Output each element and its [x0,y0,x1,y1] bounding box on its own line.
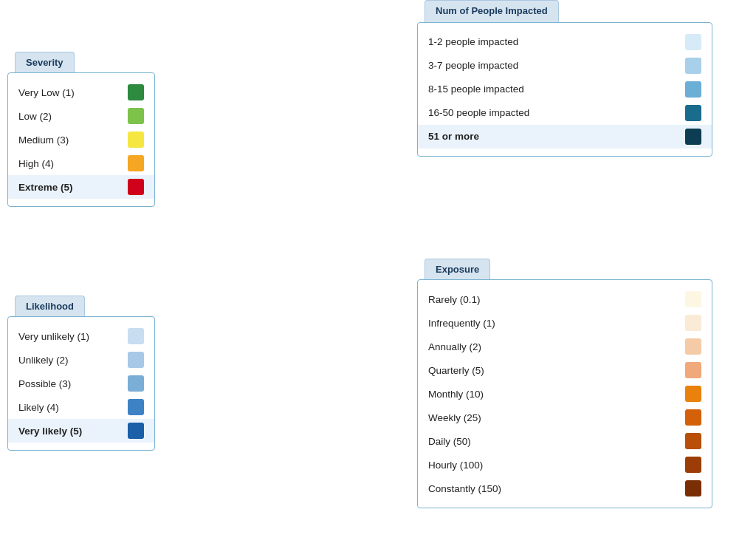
color-swatch [685,338,701,355]
color-swatch [685,362,701,378]
color-swatch [128,352,144,368]
legend-label: 1-2 people impacted [428,36,518,47]
color-swatch [128,84,144,100]
color-swatch [128,108,144,124]
legend-row: Likely (4) [18,395,144,419]
legend-row: Unlikely (2) [18,348,144,372]
legend-label: Low (2) [18,111,52,122]
color-swatch [685,81,701,98]
likelihood-legend: Likelihood Very unlikely (1)Unlikely (2)… [7,296,155,451]
color-swatch [128,179,144,195]
legend-label: Rarely (0.1) [428,294,481,305]
legend-label: Monthly (10) [428,389,484,400]
color-swatch [128,399,144,415]
legend-row: Rarely (0.1) [428,287,701,311]
legend-label: 16-50 people impacted [428,107,529,118]
legend-label: Quarterly (5) [428,365,484,376]
color-swatch [685,480,701,496]
color-swatch [685,105,701,121]
legend-row: 16-50 people impacted [428,101,701,125]
legend-row: Daily (50) [428,429,701,453]
legend-label: Weekly (25) [428,412,481,423]
legend-label: Likely (4) [18,402,59,413]
people-tab: Num of People Impacted [425,0,559,22]
legend-row: Extreme (5) [8,175,154,199]
legend-row: High (4) [18,151,144,175]
exposure-box: Rarely (0.1)Infrequently (1)Annually (2)… [417,279,712,508]
legend-label: 3-7 people impacted [428,60,518,71]
color-swatch [685,457,701,473]
color-swatch [685,129,701,145]
legend-row: Annually (2) [428,335,701,358]
legend-label: High (4) [18,158,54,169]
people-box: 1-2 people impacted3-7 people impacted8-… [417,22,712,157]
canvas: Severity Very Low (1)Low (2)Medium (3)Hi… [0,0,756,546]
legend-row: 3-7 people impacted [428,54,701,78]
exposure-legend: Exposure Rarely (0.1)Infrequently (1)Ann… [417,259,712,508]
legend-row: Possible (3) [18,372,144,395]
legend-row: Weekly (25) [428,406,701,429]
color-swatch [128,375,144,392]
exposure-tab: Exposure [425,259,490,279]
color-swatch [128,155,144,171]
color-swatch [685,386,701,402]
legend-row: Monthly (10) [428,382,701,406]
legend-label: Constantly (150) [428,483,501,494]
legend-label: 8-15 people impacted [428,83,524,95]
color-swatch [685,291,701,307]
legend-row: Hourly (100) [428,453,701,477]
likelihood-tab: Likelihood [15,296,85,316]
legend-label: Extreme (5) [18,182,73,193]
color-swatch [685,409,701,426]
legend-label: Possible (3) [18,378,71,389]
legend-label: Very unlikely (1) [18,331,89,342]
likelihood-box: Very unlikely (1)Unlikely (2)Possible (3… [7,316,155,451]
color-swatch [685,58,701,74]
severity-box: Very Low (1)Low (2)Medium (3)High (4)Ext… [7,72,155,207]
legend-row: Very unlikely (1) [18,324,144,348]
color-swatch [128,423,144,439]
severity-tab: Severity [15,52,75,72]
legend-label: Hourly (100) [428,460,483,471]
legend-label: Annually (2) [428,341,481,352]
people-legend: Num of People Impacted 1-2 people impact… [417,0,712,157]
severity-legend: Severity Very Low (1)Low (2)Medium (3)Hi… [7,52,155,207]
legend-row: Low (2) [18,104,144,128]
legend-row: 8-15 people impacted [428,78,701,101]
legend-row: Quarterly (5) [428,358,701,382]
color-swatch [685,34,701,50]
legend-label: 51 or more [428,131,479,142]
legend-label: Very likely (5) [18,426,82,437]
legend-row: Infrequently (1) [428,311,701,335]
legend-row: Medium (3) [18,128,144,151]
legend-label: Infrequently (1) [428,318,495,329]
color-swatch [685,433,701,449]
color-swatch [685,315,701,331]
legend-label: Medium (3) [18,134,69,146]
legend-label: Daily (50) [428,436,471,447]
legend-row: Very Low (1) [18,81,144,104]
legend-label: Unlikely (2) [18,355,69,366]
legend-row: Very likely (5) [8,419,154,443]
legend-label: Very Low (1) [18,87,75,98]
color-swatch [128,328,144,344]
legend-row: 51 or more [418,125,712,149]
color-swatch [128,132,144,148]
legend-row: 1-2 people impacted [428,30,701,54]
legend-row: Constantly (150) [428,477,701,500]
